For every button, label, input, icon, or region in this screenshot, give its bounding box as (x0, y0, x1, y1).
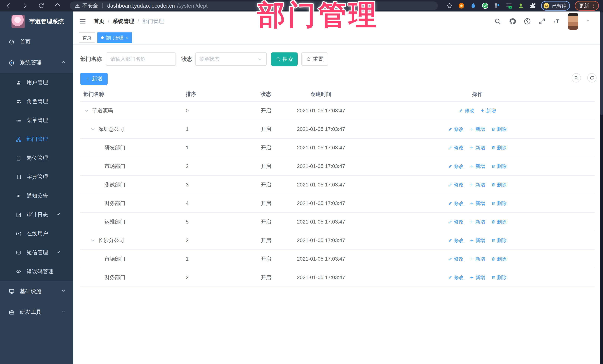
add-action-link[interactable]: 新增 (470, 274, 485, 281)
extensions-puzzle-button[interactable] (529, 2, 536, 9)
sidebar-item-9[interactable]: 审计日志 (0, 205, 73, 224)
sidebar-item-12[interactable]: 错误码管理 (0, 262, 73, 281)
forward-button[interactable] (22, 2, 28, 9)
breadcrumb-item[interactable]: 系统管理 (113, 18, 134, 25)
edit-action-link[interactable]: 修改 (448, 126, 464, 132)
sidebar-item-7[interactable]: 字典管理 (0, 167, 73, 187)
edit-action-link[interactable]: 修改 (448, 274, 464, 281)
toggle-search-button[interactable] (572, 73, 581, 82)
table-row: 芋道源码0开启2021-01-05 17:03:47修改新增 (80, 101, 595, 120)
breadcrumb-item[interactable]: 首页 (94, 18, 104, 25)
expand-arrow-icon[interactable] (83, 108, 90, 114)
plus-icon (480, 109, 485, 113)
search-button[interactable]: 搜索 (271, 53, 298, 66)
delete-action-link[interactable]: 删除 (491, 219, 507, 225)
status-select[interactable]: 菜单状态 (195, 53, 267, 66)
browser-chrome-bar: 不安全 dashboard.yudao.iocoder.cn/system/de… (0, 0, 603, 11)
sidebar-item-0[interactable]: 首页 (0, 32, 73, 52)
sidebar-item-4[interactable]: 菜单管理 (0, 111, 73, 130)
sidebar-item-11[interactable]: 短信管理 (0, 243, 73, 262)
add-action-link[interactable]: 新增 (470, 182, 485, 188)
trash-icon (491, 257, 496, 261)
edit-action-link[interactable]: 修改 (448, 163, 464, 170)
reload-button[interactable] (38, 2, 45, 9)
home-button[interactable] (54, 2, 61, 9)
sidebar-toggle-button[interactable] (79, 18, 86, 25)
add-action-link[interactable]: 新增 (470, 163, 485, 170)
add-action-link[interactable]: 新增 (470, 200, 485, 207)
refresh-table-button[interactable] (587, 73, 596, 82)
delete-action-link[interactable]: 删除 (491, 200, 507, 207)
edit-action-link[interactable]: 修改 (448, 256, 464, 262)
user-avatar[interactable] (568, 13, 578, 30)
extension-person-button[interactable] (517, 2, 524, 9)
extension-list-on-button[interactable]: on (505, 2, 512, 9)
add-action-link[interactable]: 新增 (470, 256, 485, 262)
edit-action-link[interactable]: 修改 (448, 237, 464, 244)
sidebar-item-1[interactable]: 系统管理 (0, 52, 73, 73)
add-action-link[interactable]: 新增 (480, 108, 496, 114)
scrollbar-thumb[interactable] (600, 11, 603, 115)
dept-name-input[interactable] (106, 53, 176, 66)
extension-drop-button[interactable] (470, 2, 477, 9)
browser-profile-badge[interactable]: 已暂停 (541, 1, 570, 11)
add-action-link[interactable]: 新增 (470, 126, 485, 132)
filter-form: 部门名称 状态 菜单状态 搜索 重置 (80, 53, 328, 66)
edit-action-link[interactable]: 修改 (448, 219, 464, 225)
tab-1[interactable]: 部门管理× (97, 33, 132, 43)
back-button[interactable] (5, 2, 12, 9)
sidebar-item-8[interactable]: 通知公告 (0, 187, 73, 205)
browser-scrollbar[interactable] (600, 11, 603, 364)
users-icon (16, 99, 22, 104)
svg-text:t: t (554, 20, 555, 24)
avatar-menu-button[interactable] (586, 19, 590, 24)
help-button[interactable] (524, 18, 531, 25)
add-action-link[interactable]: 新增 (470, 219, 485, 225)
expand-arrow-icon[interactable] (90, 126, 96, 132)
table-header-row: 部门名称排序状态创建时间操作 (80, 87, 595, 101)
sidebar-item-3[interactable]: 角色管理 (0, 92, 73, 111)
edit-action-link[interactable]: 修改 (448, 200, 464, 207)
delete-action-link[interactable]: 删除 (491, 256, 507, 262)
extension-check-button[interactable] (482, 2, 489, 9)
delete-action-link[interactable]: 删除 (491, 182, 507, 188)
fullscreen-button[interactable] (538, 18, 546, 25)
sidebar-item-14[interactable]: 研发工具 (0, 302, 73, 322)
browser-update-button[interactable]: 更新 (575, 1, 599, 11)
reset-button[interactable]: 重置 (301, 53, 328, 66)
edit-action-link[interactable]: 修改 (448, 144, 464, 151)
delete-action-link[interactable]: 删除 (491, 274, 507, 281)
search-button[interactable] (494, 18, 501, 25)
edit-action-link[interactable]: 修改 (459, 108, 475, 114)
kebab-menu-icon (591, 3, 596, 9)
extension-orange-button[interactable] (458, 2, 465, 9)
app-title: 芋道管理系统 (29, 18, 64, 25)
sidebar-item-2[interactable]: 用户管理 (0, 73, 73, 92)
dept-name: 财务部门 (104, 274, 125, 281)
sidebar-item-5[interactable]: 部门管理 (0, 130, 73, 149)
bookmark-star-button[interactable] (446, 2, 453, 9)
add-dept-button[interactable]: 新增 (80, 73, 108, 85)
font-size-button[interactable]: tT (553, 18, 561, 25)
row-actions: 修改新增删除 (360, 144, 595, 151)
add-action-link[interactable]: 新增 (470, 237, 485, 244)
expand-arrow-icon[interactable] (90, 237, 96, 243)
add-action-link[interactable]: 新增 (470, 144, 485, 151)
sidebar-logo-row[interactable]: 芋道管理系统 (0, 11, 73, 32)
forward-icon (22, 2, 28, 9)
trash-icon (491, 145, 496, 150)
github-button[interactable] (509, 18, 516, 25)
delete-action-link[interactable]: 删除 (491, 144, 507, 151)
delete-action-link[interactable]: 删除 (491, 237, 507, 244)
extension-puzzle-blue-button[interactable] (494, 2, 500, 9)
delete-action-link[interactable]: 删除 (491, 163, 507, 170)
tab-close-icon[interactable]: × (126, 35, 128, 40)
sidebar-item-10[interactable]: 在线用户 (0, 224, 73, 243)
delete-action-link[interactable]: 删除 (491, 126, 507, 132)
sidebar-item-13[interactable]: 基础设施 (0, 281, 73, 302)
edit-action-link[interactable]: 修改 (448, 182, 464, 188)
sidebar-item-6[interactable]: 岗位管理 (0, 149, 73, 167)
address-bar[interactable]: 不安全 dashboard.yudao.iocoder.cn/system/de… (70, 1, 438, 10)
tab-0[interactable]: 首页 (79, 33, 95, 43)
profile-emoji-avatar-icon (543, 2, 550, 9)
